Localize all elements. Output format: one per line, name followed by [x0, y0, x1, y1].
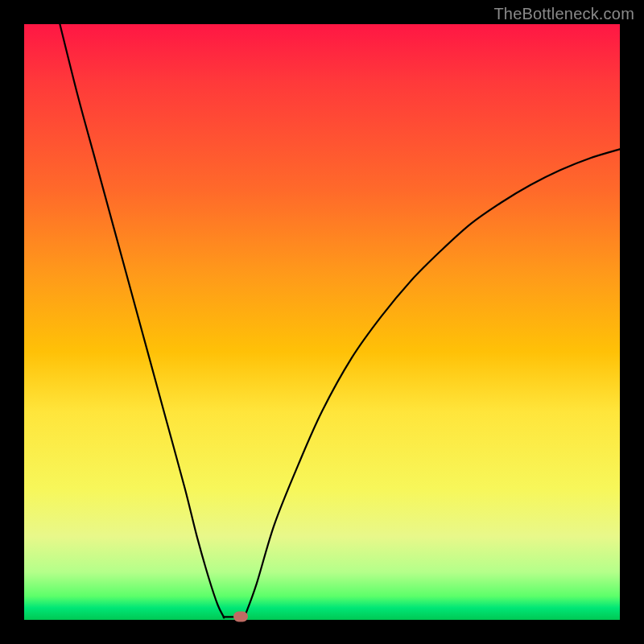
chart-frame: TheBottleneck.com [0, 0, 644, 644]
plot-area [24, 24, 620, 620]
bottleneck-curve [24, 24, 620, 620]
curve-path [60, 24, 620, 619]
attribution-label: TheBottleneck.com [493, 5, 634, 23]
optimum-marker [233, 612, 248, 622]
